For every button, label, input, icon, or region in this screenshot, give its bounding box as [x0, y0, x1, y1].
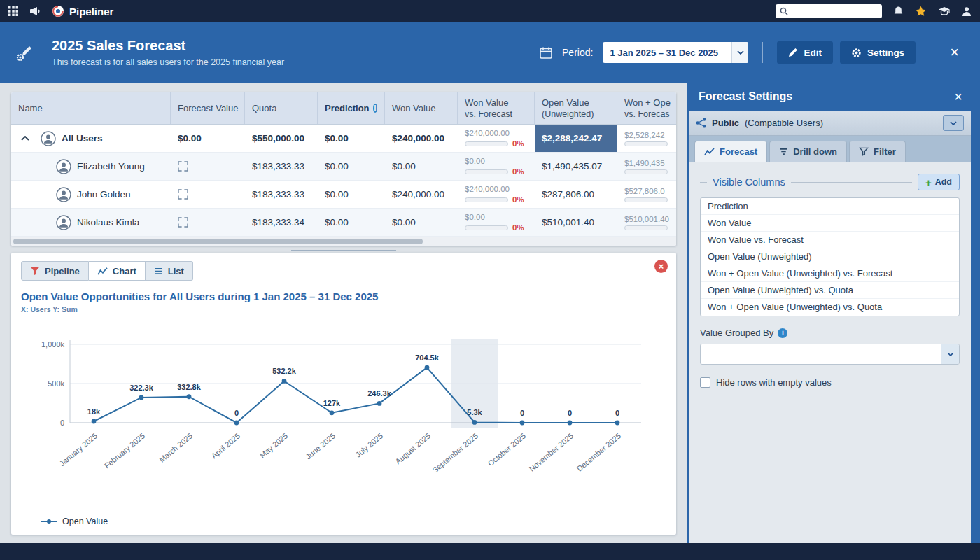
open-value-cell[interactable]: $1,490,435.07	[535, 153, 617, 180]
point-label: 0	[568, 409, 572, 417]
open-value-cell[interactable]: $287,806.00	[535, 181, 617, 208]
splitter-handle[interactable]	[11, 246, 676, 253]
brand-name: Pipeliner	[69, 6, 113, 18]
close-settings-button[interactable]: ×	[954, 89, 962, 105]
chart-point[interactable]	[92, 419, 97, 424]
tab-drill-down[interactable]: Drill down	[769, 141, 847, 162]
info-icon[interactable]: i	[373, 104, 377, 113]
column-header[interactable]: Won + Opevs. Forecas	[617, 92, 676, 124]
chart-point[interactable]	[377, 401, 382, 406]
visible-column-item[interactable]: Won Value vs. Forecast	[701, 232, 959, 248]
row-dash: —	[24, 189, 34, 200]
scrollbar-thumb[interactable]	[13, 239, 423, 244]
quota-cell: $183,333.33	[245, 181, 318, 208]
page-subtitle: This forecast is for all sales users for…	[52, 57, 284, 67]
close-chart-button[interactable]: ×	[654, 260, 668, 273]
y-tick-label: 0	[60, 419, 64, 427]
visible-column-item[interactable]: Won + Open Value (Unweighted) vs. Quota	[701, 299, 959, 316]
notifications-bell-icon[interactable]	[893, 6, 904, 17]
chart-point[interactable]	[139, 396, 144, 400]
open-value-cell[interactable]: $2,288,242.47	[535, 125, 617, 152]
vs-value: $0.00	[465, 157, 485, 165]
expand-icon[interactable]	[178, 161, 188, 172]
visible-column-item[interactable]: Won Value	[701, 215, 959, 232]
chart-point[interactable]	[568, 421, 573, 426]
search-box[interactable]	[776, 4, 882, 18]
chart-tab-pipeline[interactable]: Pipeline	[21, 261, 89, 281]
academy-cap-icon[interactable]	[938, 6, 951, 16]
visible-column-item[interactable]: Prediction	[701, 198, 959, 215]
x-tick-label: April 2025	[210, 431, 242, 460]
chart-point[interactable]	[282, 379, 287, 384]
chevron-down-icon[interactable]	[943, 115, 964, 131]
column-header[interactable]: Quota	[245, 92, 318, 124]
won-vs-forecast-cell: $0.000%	[458, 153, 535, 180]
top-navigation-bar: Pipeliner	[0, 0, 980, 22]
won-vs-forecast-cell: $240,000.000%	[458, 125, 535, 152]
column-header[interactable]: Won Value	[385, 92, 458, 124]
settings-button[interactable]: Settings	[840, 41, 916, 64]
visible-column-item[interactable]: Open Value (Unweighted) vs. Quota	[701, 282, 959, 299]
column-header[interactable]: Predictioni	[318, 92, 385, 124]
table-row[interactable]: —Nikolaus Kimla$183,333.34$0.00$0.00$0.0…	[11, 209, 676, 237]
x-tick-label: November 2025	[528, 431, 575, 473]
close-forecast-button[interactable]: ×	[944, 43, 965, 62]
page-title: 2025 Sales Forecast	[52, 38, 284, 54]
chart-point[interactable]	[472, 420, 477, 425]
column-header-subtext: vs. Forecas	[624, 109, 671, 119]
column-header[interactable]: Won Valuevs. Forecast	[458, 92, 535, 124]
chart-tab-label: Pipeline	[45, 266, 80, 276]
search-input[interactable]	[792, 6, 878, 16]
chevron-down-icon[interactable]	[732, 42, 748, 63]
column-header-label: Prediction	[325, 103, 370, 113]
column-header-label: Open Value	[542, 97, 589, 108]
sharing-selector[interactable]: Public (Compatible Users)	[689, 111, 971, 136]
chart-point[interactable]	[187, 394, 192, 399]
megaphone-icon[interactable]	[29, 6, 41, 16]
chevron-down-icon[interactable]	[941, 344, 959, 364]
vs-value: $1,490,435	[624, 159, 665, 167]
forecast-table: NameForecast ValueQuotaPredictioniWon Va…	[11, 92, 676, 246]
point-label: 0	[234, 409, 239, 417]
quota-cell: $183,333.34	[245, 209, 318, 236]
chart-point[interactable]	[425, 365, 430, 370]
column-header[interactable]: Open Value(Unweighted)	[535, 92, 617, 124]
chart-point[interactable]	[615, 421, 620, 426]
table-row[interactable]: —Elizabeth Young$183,333.33$0.00$0.00$0.…	[11, 153, 676, 181]
expand-icon[interactable]	[178, 217, 188, 227]
app-grid-icon[interactable]	[8, 6, 18, 16]
chart-tab-chart[interactable]: Chart	[89, 261, 146, 281]
chart-tab-list[interactable]: List	[146, 261, 193, 281]
tab-forecast[interactable]: Forecast	[694, 141, 767, 162]
value-grouped-by-select[interactable]	[700, 344, 960, 365]
horizontal-scrollbar[interactable]	[11, 237, 676, 246]
period-select[interactable]: 1 Jan 2025 – 31 Dec 2025	[603, 42, 748, 63]
table-row[interactable]: —John Golden$183,333.33$0.00$240,000.00$…	[11, 181, 676, 209]
hide-empty-rows-checkbox[interactable]	[700, 377, 710, 388]
edit-button[interactable]: Edit	[777, 41, 833, 64]
chart-point[interactable]	[234, 421, 239, 426]
tab-filter[interactable]: Filter	[849, 141, 906, 162]
chart-point[interactable]	[520, 421, 525, 426]
column-header[interactable]: Name	[11, 92, 171, 124]
info-icon[interactable]: i	[778, 328, 788, 338]
table-row[interactable]: All Users$0.00$550,000.00$0.00$240,000.0…	[11, 125, 676, 153]
quota-cell: $183,333.33	[245, 153, 318, 180]
chart-point[interactable]	[330, 410, 335, 415]
add-column-button[interactable]: + Add	[918, 174, 960, 190]
open-value-cell[interactable]: $510,001.40	[535, 209, 617, 236]
visible-column-item[interactable]: Open Value (Unweighted)	[701, 248, 959, 265]
settings-tabs: ForecastDrill downFilter	[689, 136, 971, 162]
chart-legend: Open Value	[21, 516, 666, 526]
collapse-chevron-icon[interactable]	[20, 136, 31, 141]
visible-column-item[interactable]: Won + Open Value (Unweighted) vs. Foreca…	[701, 265, 959, 282]
profile-icon[interactable]	[962, 6, 972, 17]
point-label: 18k	[88, 407, 101, 416]
hide-empty-rows-option[interactable]: Hide rows with empty values	[700, 377, 960, 388]
tab-label: Forecast	[720, 146, 757, 157]
expand-icon[interactable]	[178, 189, 188, 200]
favorites-star-icon[interactable]	[915, 6, 927, 17]
point-label: 127k	[323, 399, 341, 407]
column-header[interactable]: Forecast Value	[171, 92, 245, 124]
pipeliner-logo[interactable]: Pipeliner	[52, 5, 113, 18]
